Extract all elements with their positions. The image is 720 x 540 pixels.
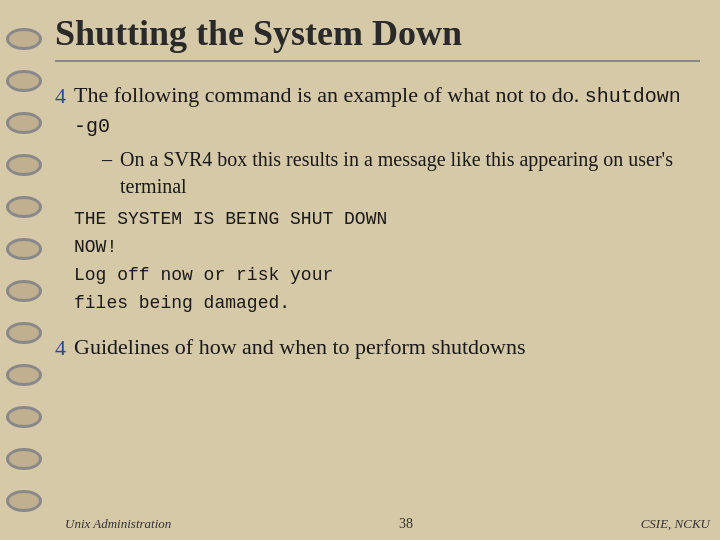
spiral-coil: [6, 490, 42, 512]
bullet-icon-1: 4: [55, 81, 66, 111]
spiral-coil: [6, 448, 42, 470]
footer-left: Unix Administration: [65, 516, 171, 532]
bullet-text-content-2: Guidelines of how and when to perform sh…: [74, 334, 526, 359]
spiral-coil: [6, 364, 42, 386]
spiral-coil: [6, 322, 42, 344]
spiral-coil: [6, 154, 42, 176]
code-line-1: THE SYSTEM IS BEING SHUT DOWN: [74, 209, 387, 229]
inline-code-1: shutdown -g0: [74, 85, 681, 138]
code-block-1: THE SYSTEM IS BEING SHUT DOWN NOW! Log o…: [74, 206, 700, 318]
code-line-2: NOW!: [74, 237, 117, 257]
sub-dash-1: –: [102, 146, 112, 173]
spiral-coil: [6, 406, 42, 428]
bullet-text-before-1: The following command is an example of w…: [74, 82, 681, 137]
slide-footer: Unix Administration 38 CSIE, NCKU: [55, 510, 720, 540]
spiral-coil: [6, 28, 42, 50]
spiral-coil: [6, 112, 42, 134]
sub-item-1: – On a SVR4 box this results in a messag…: [102, 146, 700, 200]
bullet-item-2: 4 Guidelines of how and when to perform …: [55, 332, 700, 363]
slide-title: Shutting the System Down: [55, 12, 700, 62]
footer-right: CSIE, NCKU: [641, 516, 710, 532]
bullet-item-1: 4 The following command is an example of…: [55, 80, 700, 318]
sub-items-1: – On a SVR4 box this results in a messag…: [102, 146, 700, 200]
code-line-3: Log off now or risk your: [74, 265, 333, 285]
bullet-text-2: Guidelines of how and when to perform sh…: [74, 332, 700, 362]
code-line-4: files being damaged.: [74, 293, 290, 313]
spiral-coil: [6, 280, 42, 302]
spiral-binding: [0, 0, 48, 540]
spiral-coil: [6, 70, 42, 92]
slide-content: Shutting the System Down 4 The following…: [55, 12, 700, 510]
bullet-text-1: The following command is an example of w…: [74, 80, 700, 318]
footer-page-number: 38: [399, 516, 413, 532]
bullet-icon-2: 4: [55, 333, 66, 363]
spiral-coil: [6, 238, 42, 260]
sub-item-text-1: On a SVR4 box this results in a message …: [120, 146, 700, 200]
spiral-coil: [6, 196, 42, 218]
slide: Shutting the System Down 4 The following…: [0, 0, 720, 540]
